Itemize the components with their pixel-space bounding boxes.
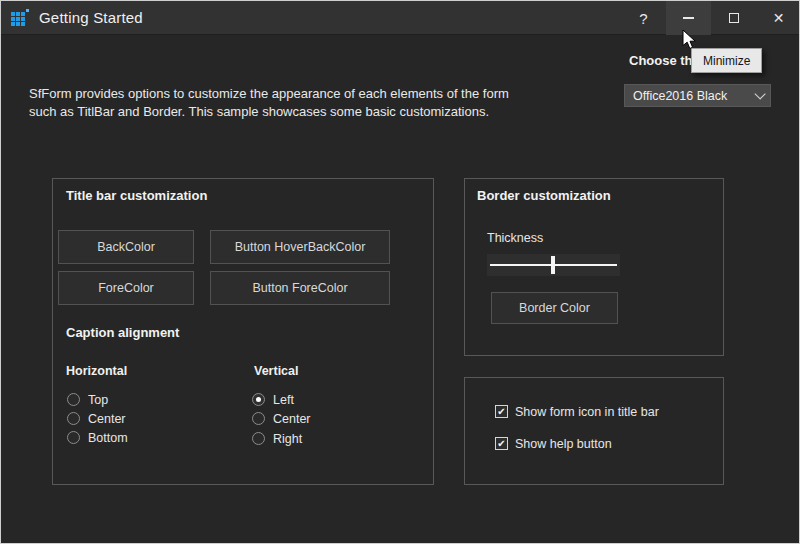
- titlebar-customization-group: Title bar customization BackColor Button…: [52, 178, 434, 485]
- chevron-down-icon: [754, 88, 765, 99]
- radio-vertical-right[interactable]: Right: [252, 431, 302, 446]
- radio-icon: [67, 412, 80, 425]
- radio-label: Center: [88, 412, 126, 426]
- radio-vertical-center[interactable]: Center: [252, 411, 311, 426]
- app-window: Getting Started ? ✕ Choose theme Office2…: [0, 0, 800, 544]
- close-button[interactable]: ✕: [756, 1, 800, 35]
- radio-label: Top: [88, 393, 108, 407]
- radio-vertical-left[interactable]: Left: [252, 392, 294, 407]
- radio-icon: [252, 393, 265, 406]
- checkbox-label: Show help button: [515, 437, 612, 451]
- check-icon: ✔: [497, 439, 505, 449]
- border-customization-group: Border customization Thickness Border Co…: [464, 178, 724, 356]
- vertical-label: Vertical: [254, 364, 298, 378]
- titlebar-options-group: ✔ Show form icon in title bar ✔ Show hel…: [464, 377, 724, 485]
- button-hoverbackcolor-button[interactable]: Button HoverBackColor: [210, 230, 390, 264]
- radio-icon: [252, 412, 265, 425]
- radio-horizontal-bottom[interactable]: Bottom: [67, 430, 128, 445]
- app-grid-icon: [11, 9, 30, 28]
- checkbox-icon[interactable]: ✔: [495, 437, 508, 450]
- radio-horizontal-top[interactable]: Top: [67, 392, 108, 407]
- theme-dropdown-value: Office2016 Black: [633, 89, 754, 103]
- close-icon: ✕: [773, 10, 785, 26]
- theme-dropdown[interactable]: Office2016 Black: [624, 84, 771, 107]
- forecolor-button[interactable]: ForeColor: [58, 271, 194, 305]
- show-help-button-checkbox-row[interactable]: ✔ Show help button: [495, 436, 612, 451]
- radio-icon: [67, 431, 80, 444]
- thickness-slider[interactable]: [487, 254, 620, 276]
- thickness-label: Thickness: [487, 231, 543, 245]
- group-title: Title bar customization: [66, 188, 207, 203]
- radio-horizontal-center[interactable]: Center: [67, 411, 126, 426]
- caption-alignment-label: Caption alignment: [66, 325, 179, 340]
- slider-thumb[interactable]: [551, 256, 555, 274]
- button-forecolor-button[interactable]: Button ForeColor: [210, 271, 390, 305]
- help-button[interactable]: ?: [621, 1, 666, 35]
- minimize-tooltip: Minimize: [691, 48, 762, 73]
- help-icon: ?: [639, 10, 647, 27]
- sample-description: SfForm provides options to customize the…: [29, 85, 537, 121]
- radio-label: Bottom: [88, 431, 128, 445]
- show-form-icon-checkbox-row[interactable]: ✔ Show form icon in title bar: [495, 404, 659, 419]
- window-title: Getting Started: [39, 9, 143, 26]
- backcolor-button[interactable]: BackColor: [58, 230, 194, 264]
- minimize-icon: [683, 17, 694, 19]
- group-title: Border customization: [477, 188, 611, 203]
- maximize-button[interactable]: [711, 1, 756, 35]
- radio-icon: [252, 432, 265, 445]
- radio-icon: [67, 393, 80, 406]
- checkbox-label: Show form icon in title bar: [515, 405, 659, 419]
- checkbox-icon[interactable]: ✔: [495, 405, 508, 418]
- horizontal-label: Horizontal: [66, 364, 127, 378]
- title-bar[interactable]: Getting Started ? ✕: [1, 1, 799, 35]
- maximize-icon: [729, 13, 739, 23]
- radio-label: Center: [273, 412, 311, 426]
- check-icon: ✔: [497, 407, 505, 417]
- radio-label: Right: [273, 432, 302, 446]
- radio-label: Left: [273, 393, 294, 407]
- mouse-cursor-icon: [682, 29, 697, 50]
- border-color-button[interactable]: Border Color: [491, 292, 618, 324]
